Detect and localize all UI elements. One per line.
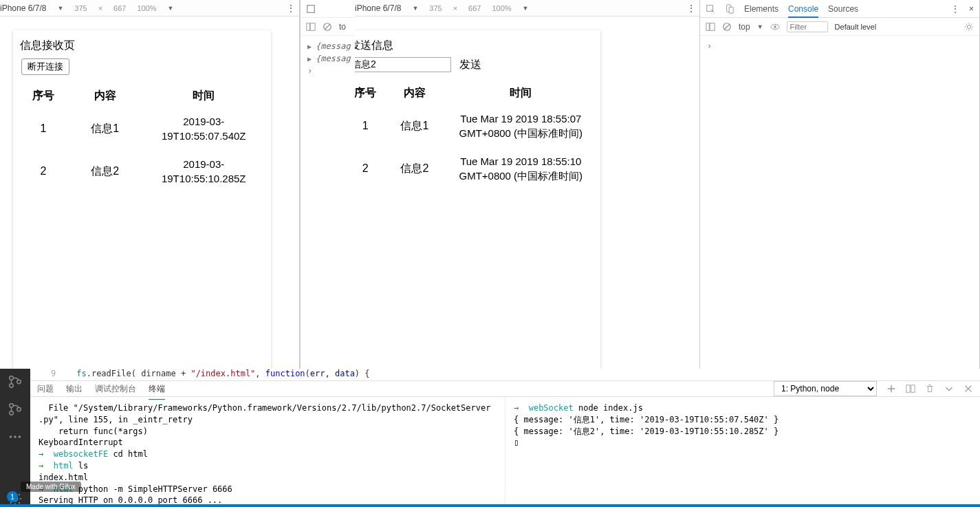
sidebar-icon[interactable]	[306, 22, 316, 32]
console-output: ▶{messag ▶{messag ›	[301, 36, 355, 81]
cell-time: Tue Mar 19 2019 18:55:10 GMT+0800 (中国标准时…	[447, 147, 595, 190]
code-token: ,	[255, 369, 265, 378]
term-line: index.html	[39, 473, 88, 482]
chevron-down-icon[interactable]: ▼	[168, 5, 174, 12]
toggle-device-icon[interactable]	[725, 4, 734, 14]
sidebar-icon[interactable]	[706, 22, 715, 32]
col-content: 内容	[68, 85, 142, 107]
status-bar[interactable]	[0, 504, 980, 507]
inspect-icon[interactable]	[706, 4, 715, 14]
chevron-down-icon[interactable]: ▼	[523, 5, 529, 12]
device-zoom[interactable]: 100%	[492, 4, 511, 12]
svg-point-15	[10, 376, 14, 380]
trash-icon[interactable]	[925, 384, 935, 393]
eye-icon[interactable]	[770, 22, 780, 32]
level-selector[interactable]: Default level	[835, 23, 877, 31]
more-icon[interactable]: ⋮	[687, 3, 695, 13]
device-width[interactable]: 375	[74, 4, 87, 12]
filter-input[interactable]	[787, 21, 828, 32]
chevron-down-icon[interactable]: ▼	[57, 5, 63, 12]
svg-point-16	[10, 384, 14, 388]
device-height[interactable]: 667	[468, 4, 481, 12]
term-line: { message: '信息1', time: '2019-03-19T10:5…	[514, 415, 778, 424]
chevron-down-icon[interactable]: ▼	[412, 5, 418, 12]
console-object[interactable]: {messag	[316, 54, 351, 63]
term-line: { message: '信息2', time: '2019-03-19T10:5…	[514, 427, 778, 436]
col-time: 时间	[447, 82, 595, 105]
svg-rect-8	[706, 23, 709, 30]
toggle-device-icon[interactable]	[306, 4, 316, 14]
table-row: 2 信息2 2019-03-19T10:55:10.285Z	[19, 150, 265, 193]
tab-elements[interactable]: Elements	[744, 4, 778, 14]
svg-point-22	[14, 435, 17, 438]
chevron-down-icon[interactable]: ▼	[757, 23, 763, 30]
cell-content: 信息2	[382, 147, 446, 190]
tab-output[interactable]: 输出	[66, 383, 83, 395]
expand-icon[interactable]: ▶	[307, 43, 312, 50]
code-token: err, data	[310, 369, 355, 378]
browser-window-receiver: iPhone 6/7/8▼ 375 × 667 100%▼ ⋮ 信息接收页 断开…	[0, 0, 300, 369]
plus-icon[interactable]	[886, 384, 896, 393]
col-content: 内容	[382, 82, 446, 105]
device-zoom[interactable]: 100%	[137, 4, 156, 12]
disconnect-button[interactable]: 断开连接	[21, 58, 69, 75]
svg-rect-26	[911, 385, 915, 393]
device-height[interactable]: 667	[113, 4, 126, 12]
console-object[interactable]: {messag	[316, 41, 351, 51]
device-name[interactable]: iPhone 6/7/8	[0, 3, 46, 13]
svg-rect-9	[710, 23, 715, 30]
cell-content: 信息1	[68, 107, 142, 150]
more-icon[interactable]: ⋮	[287, 3, 295, 13]
console-prompt-icon[interactable]: ›	[307, 66, 312, 76]
device-width[interactable]: 375	[429, 4, 442, 12]
editor-line: 9fs.readFile( dirname + "/index.html", f…	[30, 369, 980, 381]
tab-debug[interactable]: 调试控制台	[95, 383, 136, 395]
svg-rect-1	[307, 23, 309, 30]
more-icon[interactable]: ⋮	[951, 4, 959, 14]
message-input[interactable]	[348, 57, 451, 72]
console-toolbar: top ▼ Default level	[700, 18, 979, 36]
clear-icon[interactable]	[722, 22, 732, 32]
tab-problems[interactable]: 问题	[37, 383, 54, 395]
cell-time: Tue Mar 19 2019 18:55:07 GMT+0800 (中国标准时…	[447, 105, 595, 147]
device-name[interactable]: iPhone 6/7/8	[355, 3, 401, 13]
send-button[interactable]: 发送	[459, 58, 481, 72]
term-line: .py", line 155, in _eintr_retry	[39, 415, 193, 424]
tab-sources[interactable]: Sources	[828, 4, 858, 14]
tab-console[interactable]: Console	[788, 4, 818, 18]
expand-icon[interactable]: ▶	[307, 55, 312, 63]
code-token: ) {	[355, 369, 370, 378]
svg-rect-2	[310, 23, 315, 30]
close-icon[interactable]	[963, 384, 973, 393]
context-selector[interactable]: top	[739, 22, 750, 32]
term-line: ▯	[514, 438, 519, 447]
cell-content: 信息1	[382, 105, 446, 147]
term-line: return func(*args)	[39, 427, 148, 436]
terminal-selector[interactable]: 1: Python, node	[774, 381, 877, 396]
browser-window-sender: to ▶{messag ▶{messag › iPhone 6/7/8▼ 375…	[300, 0, 700, 369]
messages-table: 序号 内容 时间 1 信息1 2019-03-19T10:55:07.540Z …	[19, 85, 265, 193]
line-number: 9	[51, 369, 56, 378]
gear-icon[interactable]	[964, 22, 974, 32]
svg-rect-25	[906, 385, 910, 393]
code-token: .readFile(	[87, 369, 136, 378]
more-icon[interactable]	[8, 429, 23, 444]
terminal-left[interactable]: File "/System/Library/Frameworks/Python.…	[30, 397, 505, 507]
devtools-tabs: Elements Console Sources ⋮ ×	[700, 0, 979, 18]
terminal-body[interactable]: File "/System/Library/Frameworks/Python.…	[30, 397, 980, 507]
dimension-x: ×	[98, 4, 102, 12]
chevron-down-icon[interactable]	[944, 384, 954, 393]
console-prompt-icon[interactable]: ›	[707, 41, 712, 51]
device-toolbar: iPhone 6/7/8▼ 375 × 667 100%▼ ⋮	[355, 0, 699, 17]
clear-icon[interactable]	[323, 22, 332, 32]
messages-table: 序号 内容 时间 1 信息1 Tue Mar 19 2019 18:55:07 …	[348, 82, 595, 190]
close-icon[interactable]: ×	[969, 4, 974, 14]
context-label[interactable]: to	[339, 22, 346, 32]
source-control-icon[interactable]	[8, 374, 23, 389]
split-icon[interactable]	[906, 384, 915, 393]
code-token: dirname +	[136, 369, 190, 378]
source-control-icon[interactable]	[8, 402, 23, 417]
code-token: function	[265, 369, 305, 378]
svg-point-19	[10, 411, 14, 416]
terminal-right[interactable]: → webSocket node index.js { message: '信息…	[505, 397, 980, 507]
